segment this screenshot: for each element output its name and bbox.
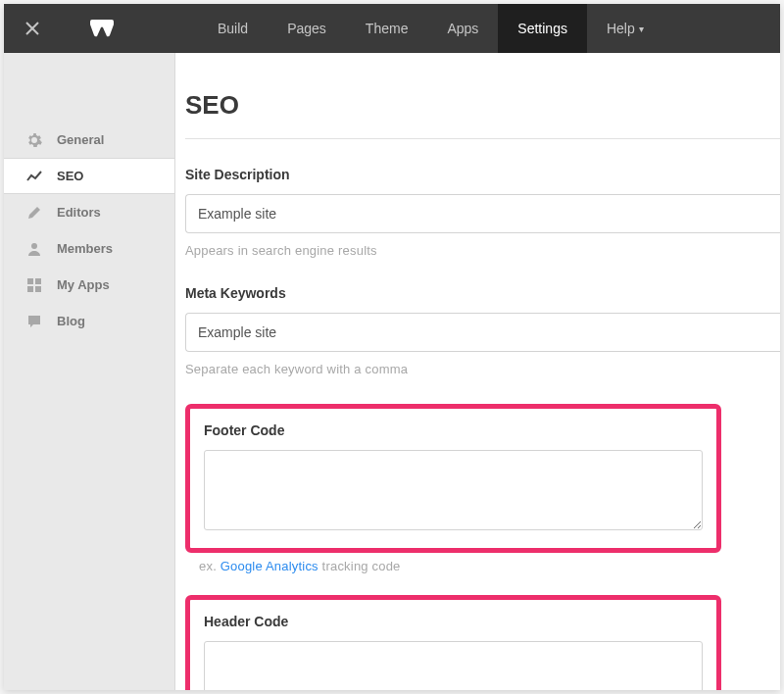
google-analytics-link[interactable]: Google Analytics	[220, 559, 318, 573]
sidebar-item-label: My Apps	[57, 277, 110, 292]
page-title: SEO	[185, 90, 780, 139]
header-code-textarea[interactable]	[204, 641, 703, 690]
chevron-down-icon: ▾	[639, 24, 644, 34]
tab-build[interactable]: Build	[198, 4, 268, 53]
meta-keywords-input[interactable]	[185, 313, 780, 352]
sidebar-item-label: Editors	[57, 205, 101, 220]
gear-icon	[25, 131, 43, 149]
pencil-icon	[25, 204, 43, 222]
sidebar-item-members[interactable]: Members	[4, 230, 174, 267]
meta-keywords-help: Separate each keyword with a comma	[185, 362, 780, 376]
site-description-input[interactable]	[185, 194, 780, 233]
meta-keywords-label: Meta Keywords	[185, 285, 780, 301]
svg-rect-2	[35, 278, 41, 284]
close-icon	[24, 21, 40, 36]
meta-keywords-group: Meta Keywords Separate each keyword with…	[185, 285, 780, 376]
footer-code-help: ex. Google Analytics tracking code	[185, 559, 780, 573]
site-description-group: Site Description Appears in search engin…	[185, 167, 780, 258]
sidebar-item-label: General	[57, 132, 104, 147]
chat-icon	[25, 313, 43, 330]
header-code-highlight: Header Code	[185, 595, 721, 690]
sidebar-item-seo[interactable]: SEO	[4, 158, 174, 194]
svg-rect-1	[27, 278, 33, 284]
svg-point-0	[31, 243, 37, 249]
topbar: Build Pages Theme Apps Settings Help▾	[4, 4, 780, 53]
tab-theme[interactable]: Theme	[346, 4, 428, 53]
close-button[interactable]	[4, 4, 61, 53]
top-tabs: Build Pages Theme Apps Settings Help▾	[198, 4, 663, 53]
sidebar-item-general[interactable]: General	[4, 122, 174, 158]
sidebar-item-label: Blog	[57, 314, 85, 328]
svg-rect-3	[27, 286, 33, 292]
sidebar-item-blog[interactable]: Blog	[4, 303, 174, 339]
footer-code-textarea[interactable]	[204, 450, 703, 530]
tab-help[interactable]: Help▾	[587, 4, 663, 53]
svg-rect-4	[35, 286, 41, 292]
header-code-label: Header Code	[204, 614, 703, 629]
site-description-label: Site Description	[185, 167, 780, 182]
grid-icon	[25, 276, 43, 294]
weebly-logo-icon	[88, 18, 116, 39]
site-description-help: Appears in search engine results	[185, 243, 780, 258]
person-icon	[25, 240, 43, 258]
sidebar: General SEO Editors Members	[4, 53, 175, 690]
sidebar-item-label: Members	[57, 241, 113, 256]
footer-code-label: Footer Code	[204, 422, 703, 438]
tab-pages[interactable]: Pages	[268, 4, 346, 53]
tab-settings[interactable]: Settings	[498, 4, 587, 53]
main-panel: SEO Site Description Appears in search e…	[175, 53, 780, 690]
sidebar-item-label: SEO	[57, 169, 83, 183]
sidebar-item-myapps[interactable]: My Apps	[4, 267, 174, 303]
weebly-logo[interactable]	[61, 18, 159, 39]
sidebar-item-editors[interactable]: Editors	[4, 194, 174, 230]
footer-code-highlight: Footer Code	[185, 404, 721, 553]
tab-apps[interactable]: Apps	[427, 4, 498, 53]
trend-icon	[25, 168, 43, 185]
